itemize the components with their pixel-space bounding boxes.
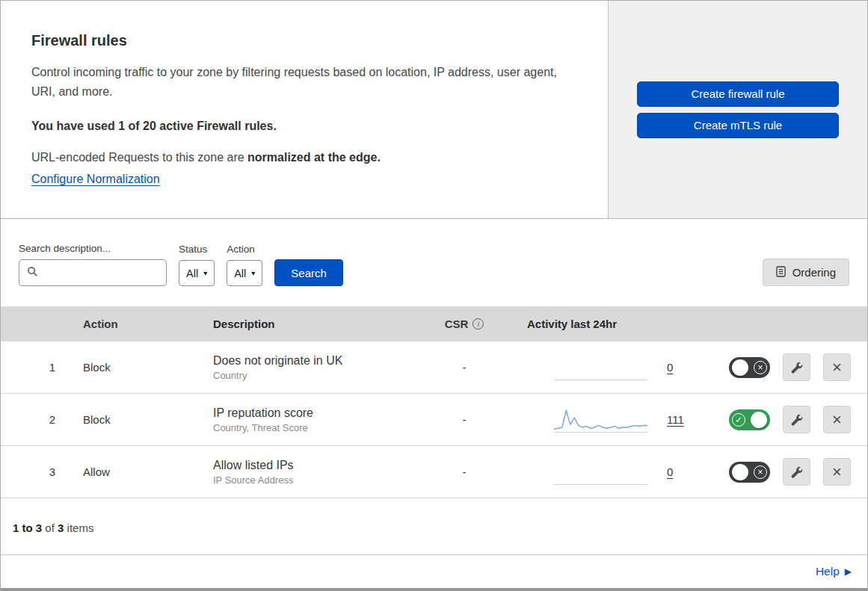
search-input-wrapper[interactable] bbox=[19, 259, 167, 286]
search-icon bbox=[27, 266, 38, 280]
chevron-down-icon: ▾ bbox=[251, 269, 255, 277]
actions-panel: Create firewall rule Create mTLS rule bbox=[608, 1, 867, 218]
x-icon: × bbox=[754, 361, 767, 374]
delete-rule-button[interactable]: × bbox=[823, 406, 851, 433]
rule-description-text: Does not originate in UK bbox=[213, 354, 419, 368]
edit-rule-button[interactable] bbox=[783, 458, 810, 486]
close-icon: × bbox=[832, 464, 842, 480]
x-icon: × bbox=[754, 465, 767, 479]
wrench-icon bbox=[791, 362, 803, 374]
search-button[interactable]: Search bbox=[274, 259, 343, 286]
activity-count-link[interactable]: 0 bbox=[667, 465, 673, 478]
status-field: Status All ▾ bbox=[179, 244, 215, 286]
search-input[interactable] bbox=[44, 267, 158, 279]
rule-description-text: IP reputation score bbox=[213, 406, 419, 420]
filter-bar: Search description... Status All ▾ Actio… bbox=[1, 219, 867, 306]
rule-description: Allow listed IPs IP Source Address bbox=[198, 459, 419, 486]
toggle-knob bbox=[732, 359, 748, 376]
rule-enabled-toggle[interactable]: ✓ × bbox=[729, 462, 770, 483]
activity-sparkline bbox=[554, 407, 647, 433]
search-field: Search description... bbox=[19, 243, 167, 286]
wrench-icon bbox=[791, 414, 803, 426]
rule-controls: ✓ × × bbox=[696, 353, 867, 381]
configure-normalization-link[interactable]: Configure Normalization bbox=[31, 173, 160, 186]
header-csr: CSR i bbox=[419, 318, 509, 330]
table-row: 3 Allow Allow listed IPs IP Source Addre… bbox=[1, 446, 867, 498]
activity-sparkline bbox=[554, 460, 647, 485]
firewall-rules-page: Firewall rules Control incoming traffic … bbox=[0, 0, 868, 591]
rule-csr: - bbox=[419, 413, 509, 426]
rule-activity: 0 bbox=[509, 460, 696, 485]
edit-rule-button[interactable] bbox=[783, 406, 810, 433]
ordering-icon bbox=[776, 266, 786, 279]
status-label: Status bbox=[179, 244, 215, 255]
rule-controls: ✓ × × bbox=[696, 406, 867, 433]
rule-fields: Country, Threat Score bbox=[213, 422, 419, 433]
rule-action: Allow bbox=[68, 465, 198, 478]
wrench-icon bbox=[791, 466, 803, 478]
info-icon[interactable]: i bbox=[473, 318, 484, 329]
rule-fields: IP Source Address bbox=[213, 474, 419, 486]
arrow-right-icon: ▶ bbox=[845, 566, 852, 577]
header-csr-label: CSR bbox=[445, 318, 469, 330]
rule-description: IP reputation score Country, Threat Scor… bbox=[198, 406, 419, 433]
rule-priority: 2 bbox=[1, 413, 68, 426]
rule-activity: 111 bbox=[509, 407, 696, 433]
rule-priority: 3 bbox=[1, 465, 68, 478]
usage-summary: You have used 1 of 20 active Firewall ru… bbox=[31, 120, 578, 133]
rule-controls: ✓ × × bbox=[696, 458, 867, 486]
summary-total: 3 bbox=[58, 522, 64, 534]
close-icon: × bbox=[832, 412, 842, 428]
check-icon: ✓ bbox=[732, 413, 745, 427]
action-select-value: All bbox=[234, 267, 246, 279]
rule-enabled-toggle[interactable]: ✓ × bbox=[729, 409, 770, 430]
header-description: Description bbox=[198, 318, 419, 330]
activity-sparkline bbox=[554, 355, 647, 380]
toggle-knob bbox=[751, 412, 767, 428]
create-mtls-rule-button[interactable]: Create mTLS rule bbox=[637, 113, 839, 138]
page-description: Control incoming traffic to your zone by… bbox=[31, 63, 564, 101]
search-label: Search description... bbox=[19, 243, 167, 254]
rule-description: Does not originate in UK Country bbox=[198, 354, 419, 381]
overview-text-card: Firewall rules Control incoming traffic … bbox=[1, 1, 608, 218]
action-field: Action All ▾ bbox=[227, 244, 262, 286]
close-icon: × bbox=[832, 359, 842, 376]
activity-count-link[interactable]: 111 bbox=[667, 413, 684, 426]
status-select-value: All bbox=[186, 267, 198, 279]
overview-section: Firewall rules Control incoming traffic … bbox=[1, 1, 867, 219]
edit-rule-button[interactable] bbox=[783, 353, 810, 381]
rule-description-text: Allow listed IPs bbox=[213, 459, 419, 472]
ordering-button[interactable]: Ordering bbox=[763, 259, 849, 286]
help-bar: Help ▶ bbox=[1, 554, 867, 588]
header-action: Action bbox=[68, 318, 198, 330]
status-select[interactable]: All ▾ bbox=[179, 260, 215, 286]
rule-fields: Country bbox=[213, 370, 419, 381]
action-label: Action bbox=[227, 244, 262, 255]
delete-rule-button[interactable]: × bbox=[823, 353, 851, 381]
help-link[interactable]: Help ▶ bbox=[816, 565, 852, 578]
rule-csr: - bbox=[419, 361, 509, 374]
chevron-down-icon: ▾ bbox=[203, 269, 207, 277]
rule-action: Block bbox=[68, 361, 198, 374]
rule-priority: 1 bbox=[1, 361, 68, 374]
summary-of: of bbox=[45, 522, 55, 534]
toggle-knob bbox=[732, 464, 748, 480]
table-row: 1 Block Does not originate in UK Country… bbox=[1, 341, 867, 394]
header-activity: Activity last 24hr bbox=[509, 318, 696, 330]
activity-count-link[interactable]: 0 bbox=[667, 361, 673, 374]
rule-activity: 0 bbox=[509, 355, 696, 380]
summary-items: items bbox=[67, 522, 94, 534]
delete-rule-button[interactable]: × bbox=[823, 458, 851, 486]
rule-enabled-toggle[interactable]: ✓ × bbox=[729, 357, 770, 378]
create-firewall-rule-button[interactable]: Create firewall rule bbox=[637, 81, 839, 107]
rule-action: Block bbox=[68, 413, 198, 426]
ordering-label: Ordering bbox=[792, 266, 836, 279]
rule-csr: - bbox=[419, 465, 509, 478]
summary-range: 1 to 3 bbox=[13, 522, 42, 534]
help-label: Help bbox=[816, 565, 840, 578]
normalization-note: URL-encoded Requests to this zone are no… bbox=[31, 151, 578, 164]
normalization-bold: normalized at the edge. bbox=[247, 151, 381, 164]
action-select[interactable]: All ▾ bbox=[227, 260, 262, 286]
table-summary: 1 to 3 of 3 items bbox=[1, 498, 867, 552]
table-row: 2 Block IP reputation score Country, Thr… bbox=[1, 394, 867, 446]
